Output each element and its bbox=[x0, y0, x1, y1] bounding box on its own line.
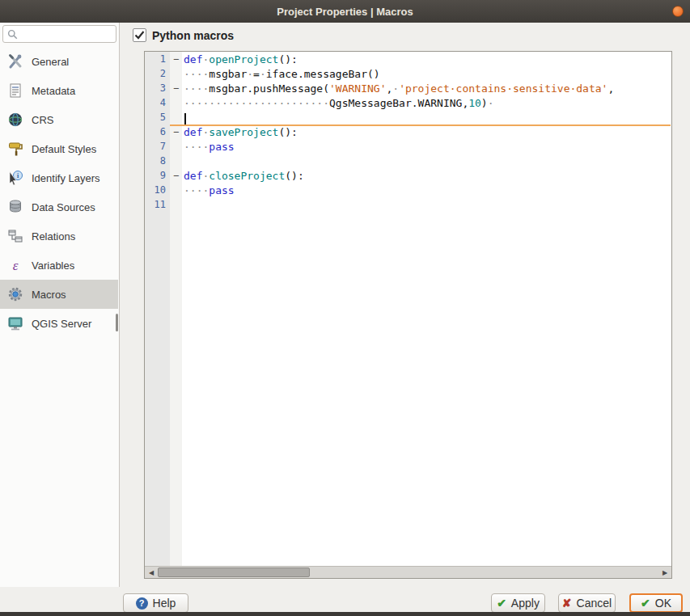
code-token: closeProject bbox=[209, 170, 285, 182]
sidebar-item-general[interactable]: General bbox=[0, 47, 118, 76]
code-token: ······················· bbox=[184, 97, 329, 109]
code-token: · bbox=[488, 97, 494, 109]
code-token: def bbox=[184, 126, 202, 138]
sidebar-item-label: Metadata bbox=[32, 85, 75, 97]
line-number: 8 bbox=[145, 155, 170, 170]
sidebar-item-data-sources[interactable]: Data Sources bbox=[0, 192, 118, 222]
line-number: 3 bbox=[145, 82, 170, 97]
editor-code-area[interactable]: def·openProject():····msgbar·=·iface.mes… bbox=[182, 52, 671, 566]
ok-button[interactable]: ✔ OK bbox=[629, 593, 683, 613]
code-token: QgsMessageBar.WARNING, bbox=[329, 97, 468, 109]
code-token: (): bbox=[278, 126, 297, 138]
fold-spacer bbox=[170, 97, 182, 112]
code-token: openProject bbox=[209, 53, 278, 65]
sidebar-item-label: Identify Layers bbox=[32, 172, 100, 184]
code-line-10[interactable]: ····pass bbox=[184, 184, 671, 199]
line-number: 10 bbox=[145, 184, 170, 199]
code-token: ···· bbox=[184, 82, 209, 95]
ok-button-label: OK bbox=[655, 597, 671, 610]
editor-horizontal-scrollbar[interactable]: ◀ ▶ bbox=[145, 566, 671, 578]
sidebar-search-box[interactable] bbox=[2, 25, 116, 43]
search-icon bbox=[7, 29, 18, 40]
fold-marker-icon[interactable]: − bbox=[170, 53, 182, 68]
scroll-right-arrow-icon[interactable]: ▶ bbox=[658, 567, 671, 578]
data-sources-icon bbox=[6, 198, 24, 216]
fold-marker-icon[interactable]: − bbox=[170, 126, 182, 141]
apply-check-icon: ✔ bbox=[497, 597, 506, 610]
sidebar-item-default-styles[interactable]: Default Styles bbox=[0, 134, 118, 163]
help-icon: ? bbox=[136, 597, 148, 610]
fold-spacer bbox=[170, 184, 182, 199]
code-token: pass bbox=[209, 141, 234, 153]
code-line-7[interactable]: ····pass bbox=[184, 141, 671, 155]
relations-table-icon bbox=[6, 227, 24, 245]
search-input[interactable] bbox=[21, 27, 116, 40]
code-token: = bbox=[253, 68, 260, 80]
cancel-button[interactable]: ✘ Cancel bbox=[558, 593, 616, 613]
sidebar-item-variables[interactable]: εVariables bbox=[0, 251, 118, 280]
macros-gear-icon bbox=[6, 285, 24, 303]
code-token: 'WARNING' bbox=[329, 82, 386, 95]
cancel-cross-icon: ✘ bbox=[562, 597, 572, 610]
code-line-5[interactable] bbox=[184, 112, 671, 126]
sidebar-item-label: CRS bbox=[32, 114, 53, 126]
code-line-3[interactable]: ····msgbar.pushMessage('WARNING',·'proje… bbox=[184, 82, 671, 97]
code-token: ···· bbox=[184, 68, 209, 80]
fold-marker-icon[interactable]: − bbox=[170, 170, 182, 184]
sidebar-item-crs[interactable]: CRS bbox=[0, 105, 118, 134]
sidebar-item-qgis-server[interactable]: QGIS Server bbox=[0, 309, 118, 338]
sidebar-list: GeneralMetadataCRSDefault StylesiIdentif… bbox=[0, 47, 118, 338]
line-number: 7 bbox=[145, 141, 170, 155]
project-properties-dialog: Project Properties | Macros GeneralMetad… bbox=[0, 0, 690, 616]
fold-marker-icon[interactable]: − bbox=[170, 82, 182, 97]
scrollbar-track[interactable] bbox=[158, 567, 658, 578]
general-tools-icon bbox=[6, 53, 24, 70]
code-token: saveProject bbox=[209, 126, 278, 138]
svg-text:ε: ε bbox=[13, 258, 19, 273]
code-line-4[interactable]: ·······················QgsMessageBar.WAR… bbox=[184, 97, 671, 112]
code-token: 'project·contains·sensitive·data' bbox=[399, 82, 607, 95]
python-code-editor[interactable]: 1234567891011 −−−− def·openProject():···… bbox=[144, 51, 672, 579]
ok-check-icon: ✔ bbox=[641, 597, 650, 610]
sidebar-item-identify-layers[interactable]: iIdentify Layers bbox=[0, 163, 118, 192]
close-window-button[interactable] bbox=[672, 6, 684, 17]
help-button[interactable]: ? Help bbox=[123, 593, 188, 613]
code-token: def bbox=[184, 53, 202, 65]
line-number: 1 bbox=[145, 53, 170, 68]
sidebar: GeneralMetadataCRSDefault StylesiIdentif… bbox=[0, 23, 120, 587]
code-line-6[interactable]: def·saveProject(): bbox=[184, 126, 671, 141]
code-token: ···· bbox=[184, 141, 209, 153]
code-token: (): bbox=[285, 170, 303, 182]
code-line-9[interactable]: def·closeProject(): bbox=[184, 170, 671, 184]
titlebar[interactable]: Project Properties | Macros bbox=[0, 0, 690, 23]
code-line-2[interactable]: ····msgbar·=·iface.messageBar() bbox=[184, 68, 671, 82]
code-token: · bbox=[392, 82, 399, 95]
line-number: 11 bbox=[145, 199, 170, 213]
editor-line-numbers: 1234567891011 bbox=[145, 52, 170, 566]
cancel-button-label: Cancel bbox=[577, 597, 612, 610]
sidebar-item-label: Data Sources bbox=[32, 201, 95, 213]
sidebar-item-metadata[interactable]: Metadata bbox=[0, 76, 118, 105]
code-token: ···· bbox=[184, 184, 209, 196]
line-number: 2 bbox=[145, 68, 170, 82]
code-token: · bbox=[247, 68, 253, 80]
sidebar-scrollbar-thumb[interactable] bbox=[116, 314, 118, 331]
code-line-1[interactable]: def·openProject(): bbox=[184, 53, 671, 68]
sidebar-item-macros[interactable]: Macros bbox=[0, 280, 118, 309]
apply-button[interactable]: ✔ Apply bbox=[491, 593, 545, 613]
sidebar-item-label: Default Styles bbox=[32, 143, 96, 155]
window-bottom-edge bbox=[0, 612, 690, 616]
sidebar-item-label: QGIS Server bbox=[32, 318, 91, 330]
variables-epsilon-icon: ε bbox=[6, 256, 24, 274]
checkmark-icon bbox=[133, 29, 146, 41]
code-token: iface.messageBar() bbox=[266, 68, 380, 80]
sidebar-item-relations[interactable]: Relations bbox=[0, 222, 118, 251]
scrollbar-thumb[interactable] bbox=[158, 567, 310, 577]
code-line-8[interactable] bbox=[184, 155, 671, 170]
scroll-left-arrow-icon[interactable]: ◀ bbox=[145, 567, 158, 578]
python-macros-checkbox[interactable] bbox=[133, 28, 146, 42]
code-token: · bbox=[260, 68, 266, 80]
metadata-document-icon bbox=[6, 82, 24, 99]
line-number: 4 bbox=[145, 97, 170, 112]
code-line-11[interactable] bbox=[184, 199, 671, 213]
